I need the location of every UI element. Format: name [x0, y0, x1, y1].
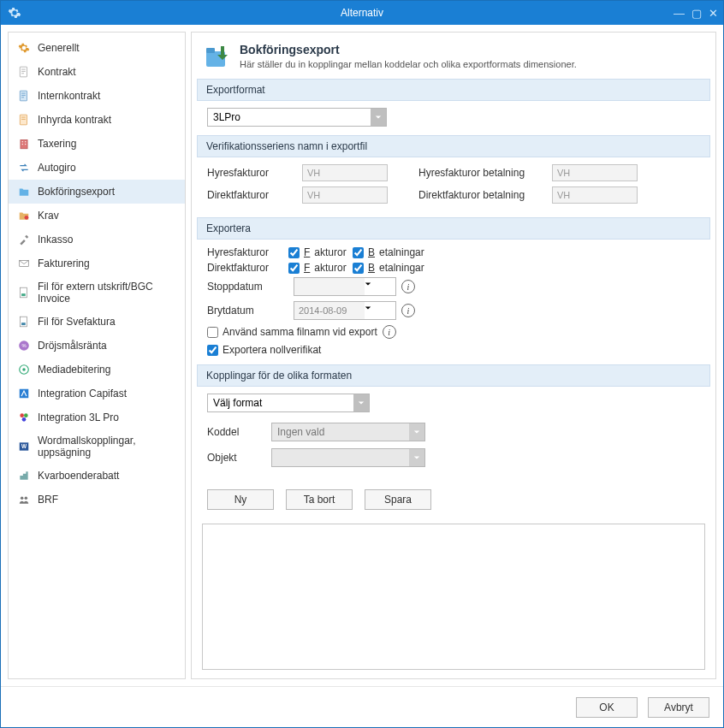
sidebar-item-wordmallskopplingar-upps-gning[interactable]: WWordmallskopplingar, uppsägning: [9, 429, 185, 464]
info-icon[interactable]: i: [401, 280, 415, 293]
avbryt-button[interactable]: Avbryt: [648, 697, 709, 718]
tabort-button[interactable]: Ta bort: [286, 489, 353, 510]
sidebar-item-label: Generellt: [38, 42, 80, 54]
percent-icon: %: [17, 339, 31, 352]
page-header: Bokföringsexport Här ställer du in koppl…: [192, 33, 715, 79]
window-title: Alternativ: [341, 7, 383, 19]
sidebar-item-generellt[interactable]: Generellt: [9, 36, 185, 60]
svg-point-19: [20, 413, 24, 417]
doc-blue-icon: [17, 89, 31, 103]
objekt-combo: [271, 448, 425, 467]
chevron-down-icon[interactable]: [365, 302, 371, 319]
chevron-down-icon[interactable]: [371, 109, 386, 126]
sidebar-item-label: Dröjsmålsränta: [38, 340, 107, 352]
sidebar-item-dr-jsm-lsr-nta[interactable]: %Dröjsmålsränta: [9, 334, 185, 358]
sidebar-item-taxering[interactable]: Taxering: [9, 132, 185, 156]
input-direktfakturor[interactable]: [302, 186, 388, 204]
sidebar-item-label: Integration 3L Pro: [38, 411, 119, 423]
chevron-down-icon: [409, 423, 424, 441]
input-hyresfakturor[interactable]: [302, 164, 388, 181]
discount-icon: [17, 469, 31, 482]
stoppdatum-input[interactable]: [294, 278, 365, 295]
koddel-value: Ingen vald: [272, 423, 409, 441]
brytdatum-input[interactable]: [294, 302, 365, 319]
label-objekt: Objekt: [207, 452, 263, 464]
minimize-button[interactable]: —: [674, 7, 685, 20]
int-3l-icon: [17, 411, 31, 424]
ok-button[interactable]: OK: [576, 697, 638, 718]
sidebar-item-label: Integration Capifast: [38, 388, 127, 400]
file-print-icon: [17, 286, 31, 299]
sidebar-item-kontrakt[interactable]: Kontrakt: [9, 60, 185, 84]
sidebar-item-label: Kvarboenderabatt: [38, 470, 119, 482]
sidebar-item-label: Fil för extern utskrift/BGC Invoice: [38, 281, 176, 305]
sidebar-item-fil-f-r-svefaktura[interactable]: Fil för Svefaktura: [9, 310, 185, 334]
alternativ-window: Alternativ — ▢ ✕ GenerelltKontraktIntern…: [0, 0, 724, 728]
sidebar-item-integration-capifast[interactable]: Integration Capifast: [9, 382, 185, 405]
maximize-button[interactable]: ▢: [691, 7, 702, 20]
envelope-icon: [17, 257, 31, 270]
label-exp-direkt: Direktfakturor: [207, 262, 288, 274]
page-title: Bokföringsexport: [240, 43, 577, 56]
chk-direkt-fakturor[interactable]: Fakturor: [288, 262, 353, 274]
svg-rect-13: [21, 323, 26, 325]
hammer-icon: [17, 233, 31, 246]
exportformat-combo[interactable]: [207, 108, 387, 127]
info-icon[interactable]: i: [383, 325, 396, 339]
sidebar-item-integration-3l-pro[interactable]: Integration 3L Pro: [9, 405, 185, 429]
sidebar-item-internkontrakt[interactable]: Internkontrakt: [9, 84, 185, 108]
sidebar-item-label: Autogiro: [38, 162, 76, 174]
sidebar-item-bokf-ringsexport[interactable]: Bokföringsexport: [9, 180, 185, 204]
word-icon: W: [17, 440, 31, 453]
doc-orange-icon: [17, 113, 31, 127]
valj-format-combo[interactable]: [207, 394, 370, 412]
chk-hyres-betalningar[interactable]: Betalningar: [353, 246, 438, 258]
sidebar-item-mediadebitering[interactable]: Mediadebitering: [9, 358, 185, 382]
chk-same-filename[interactable]: Använd samma filnamn vid export: [207, 326, 377, 338]
spara-button[interactable]: Spara: [365, 489, 431, 510]
svg-rect-0: [20, 67, 27, 77]
svg-rect-11: [21, 293, 26, 296]
svg-rect-27: [206, 48, 215, 53]
chk-direkt-betalningar[interactable]: Betalningar: [353, 262, 438, 274]
gear-icon: [17, 41, 31, 55]
chevron-down-icon[interactable]: [365, 278, 371, 295]
chevron-down-icon[interactable]: [353, 394, 369, 411]
sidebar-item-inhyrda-kontrakt[interactable]: Inhyrda kontrakt: [9, 108, 185, 132]
chk-export-nollverifikat[interactable]: Exportera nollverifikat: [207, 344, 321, 356]
label-koddel: Koddel: [207, 426, 263, 438]
objekt-value: [272, 449, 409, 466]
svg-point-17: [22, 368, 26, 371]
sidebar-item-brf[interactable]: BRF: [9, 488, 185, 512]
sidebar-item-fil-f-r-extern-utskrift-bgc-invoice[interactable]: Fil för extern utskrift/BGC Invoice: [9, 275, 185, 310]
content-panel: Bokföringsexport Här ställer du in koppl…: [191, 32, 716, 679]
ny-button[interactable]: Ny: [207, 489, 274, 510]
file-sve-icon: [17, 315, 31, 328]
exportformat-value[interactable]: [208, 109, 371, 126]
chk-hyres-fakturor[interactable]: Fakturor: [288, 246, 353, 258]
brytdatum-combo[interactable]: [294, 301, 396, 320]
input-direktfakturor-bet[interactable]: [552, 186, 638, 204]
sidebar-item-autogiro[interactable]: Autogiro: [9, 156, 185, 180]
svg-point-20: [24, 413, 28, 417]
stoppdatum-combo[interactable]: [294, 277, 396, 296]
page-icon: [204, 43, 231, 70]
input-hyresfakturor-bet[interactable]: [552, 164, 638, 181]
label-exp-hyres: Hyresfakturor: [207, 246, 288, 258]
valj-format-value[interactable]: [208, 394, 353, 411]
close-button[interactable]: ✕: [709, 7, 718, 20]
svg-rect-5: [25, 141, 26, 142]
sidebar-item-krav[interactable]: Krav: [9, 204, 185, 228]
section-verifikation: Verifikationsseriens namn i exportfil: [197, 135, 710, 157]
sidebar-item-label: Taxering: [38, 138, 76, 150]
section-exportformat: Exportformat: [197, 79, 710, 101]
sidebar-item-label: Krav: [38, 210, 59, 222]
label-hyresfakturor: Hyresfakturor: [207, 167, 288, 179]
info-icon[interactable]: i: [401, 304, 415, 317]
sidebar-item-kvarboenderabatt[interactable]: Kvarboenderabatt: [9, 464, 185, 488]
label-direktfakturor: Direktfakturor: [207, 189, 288, 201]
sidebar-item-label: Wordmallskopplingar, uppsägning: [38, 435, 176, 459]
sidebar: GenerelltKontraktInternkontraktInhyrda k…: [8, 32, 186, 679]
sidebar-item-fakturering[interactable]: Fakturering: [9, 252, 185, 275]
sidebar-item-inkasso[interactable]: Inkasso: [9, 228, 185, 252]
